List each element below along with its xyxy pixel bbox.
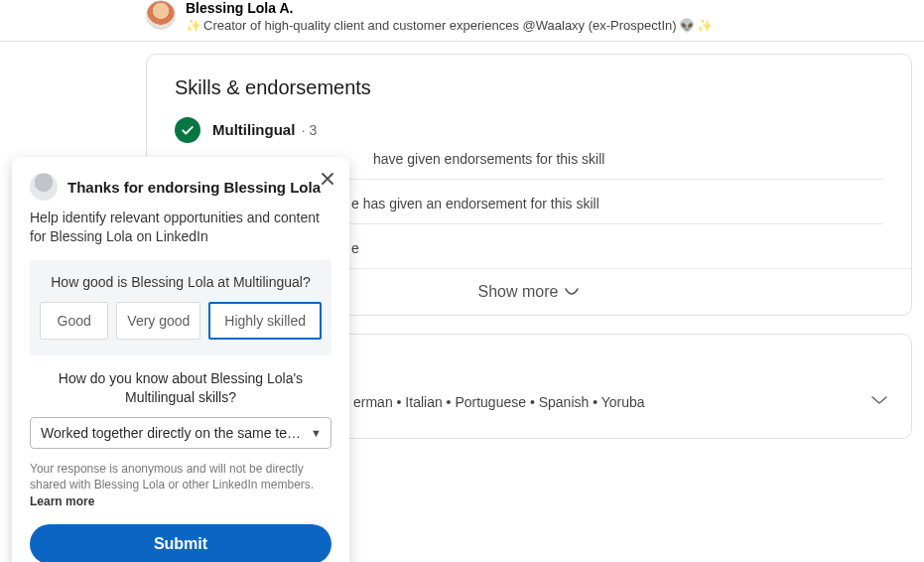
modal-header: Thanks for endorsing Blessing Lola (30, 173, 331, 201)
show-more-label: Show more (478, 283, 559, 301)
relationship-select[interactable]: Worked together directly on the same tea… (30, 417, 331, 449)
rating-block: How good is Blessing Lola at Multilingua… (30, 260, 331, 355)
fragment-letter: e (351, 240, 359, 256)
rating-question: How good is Blessing Lola at Multilingua… (40, 274, 322, 290)
relationship-select-wrap: Worked together directly on the same tea… (30, 417, 331, 449)
relationship-question: How do you know about Blessing Lola's Mu… (30, 369, 331, 407)
chevron-down-icon (564, 283, 580, 301)
fragment-letter: e (351, 196, 359, 211)
header-divider (0, 41, 924, 42)
skill-count: · 3 (302, 122, 318, 138)
close-button[interactable] (318, 169, 337, 189)
rating-highly-skilled-button[interactable]: Highly skilled (208, 302, 322, 340)
close-icon (321, 172, 334, 186)
skill-row[interactable]: Multilingual · 3 (175, 117, 883, 143)
rating-options: Good Very good Highly skilled (40, 302, 322, 340)
rating-good-button[interactable]: Good (40, 302, 108, 340)
disclaimer-text: Your response is anonymous and will not … (30, 461, 331, 510)
chevron-down-icon[interactable] (869, 392, 889, 410)
profile-header: Blessing Lola A. ✨ Creator of high-quali… (0, 0, 924, 39)
tagline-text: Creator of high-quality client and custo… (203, 18, 677, 33)
header-text: Blessing Lola A. ✨ Creator of high-quali… (186, 0, 713, 33)
sparkle-icon: ✨ (186, 18, 201, 33)
alien-icon: 👽 (679, 18, 695, 33)
skill-name: Multilingual (212, 121, 295, 138)
modal-subtitle: Help identify relevant opportunities and… (30, 209, 331, 246)
section-title-skills: Skills & endorsements (175, 76, 883, 99)
endorsement-modal: Thanks for endorsing Blessing Lola Help … (12, 157, 349, 562)
rating-very-good-button[interactable]: Very good (116, 302, 200, 340)
avatar[interactable] (146, 0, 176, 30)
modal-title: Thanks for endorsing Blessing Lola (67, 179, 321, 196)
avatar-placeholder-icon (30, 173, 58, 201)
skill-title: Multilingual · 3 (212, 121, 317, 139)
sparkle-icon: ✨ (697, 18, 713, 33)
learn-more-link[interactable]: Learn more (30, 494, 94, 508)
profile-name[interactable]: Blessing Lola A. (186, 0, 713, 16)
profile-tagline: ✨ Creator of high-quality client and cus… (186, 18, 713, 33)
submit-button[interactable]: Submit (30, 524, 331, 562)
endorsed-check-icon (175, 117, 200, 143)
